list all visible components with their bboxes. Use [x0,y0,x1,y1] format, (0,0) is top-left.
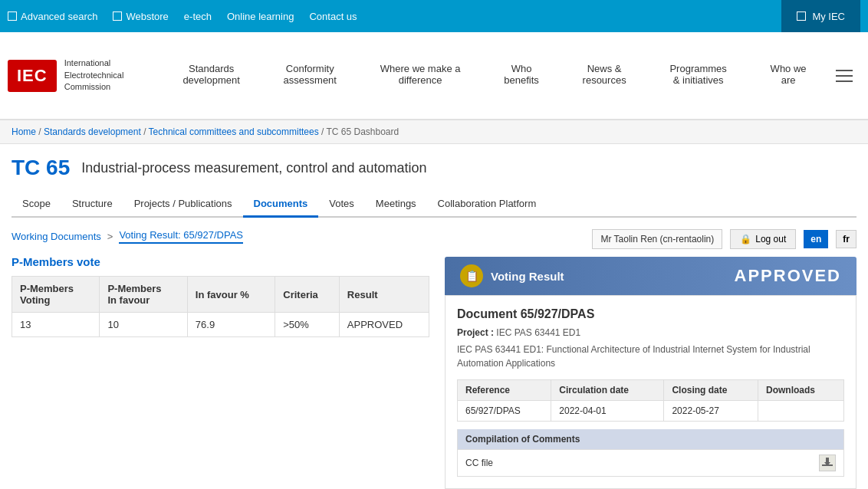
voting-result-label: 📋 Voting Result [460,264,564,287]
tab-collaboration[interactable]: Collaboration Platform [427,192,547,218]
cell-criteria: >50% [275,313,340,337]
tabs: Scope Structure Projects / Publications … [12,192,856,218]
breadcrumb-home[interactable]: Home [12,126,36,137]
tab-documents[interactable]: Documents [243,192,319,218]
tab-meetings[interactable]: Meetings [365,192,427,218]
nav-news[interactable]: News &resources [575,32,634,119]
p-members-title: P-Members vote [12,255,429,268]
breadcrumb-standards[interactable]: Standards development [44,126,141,137]
tab-scope[interactable]: Scope [12,192,61,218]
cell-voting: 13 [12,313,100,337]
col-voting: P-MembersVoting [12,277,100,313]
col-in-favour: P-MembersIn favour [100,277,187,313]
inner-table-header: Reference Circulation date Closing date … [458,380,844,401]
working-docs-link[interactable]: Working Documents [12,231,101,242]
tab-votes[interactable]: Votes [318,192,365,218]
logo: IEC [8,60,57,92]
table-row: 13 10 76.9 >50% APPROVED [12,313,429,337]
doc-info: Document 65/927/DPAS Project : IEC PAS 6… [445,295,856,489]
cell-in-favour: 10 [100,313,187,337]
webstore-link[interactable]: Webstore [113,11,168,22]
left-panel: Working Documents > Voting Result: 65/92… [12,229,429,489]
nav-conformity[interactable]: Conformityassessment [276,32,344,119]
download-svg [821,457,833,469]
nav-standards[interactable]: Standardsdevelopment [175,32,247,119]
etech-link[interactable]: e-tech [184,11,212,22]
col-downloads: Downloads [758,380,843,401]
nav-bar: IEC International Electrotechnical Commi… [0,32,868,120]
user-bar: Mr Taolin Ren (cn-rentaolin) 🔒 Log out e… [445,229,856,249]
hamburger-icon[interactable] [836,70,853,82]
approved-badge: APPROVED [735,266,841,286]
tab-structure[interactable]: Structure [61,192,123,218]
circulation-value: 2022-04-01 [551,401,664,422]
my-iec-icon [797,11,806,21]
cell-result: APPROVED [339,313,429,337]
online-learning-link[interactable]: Online learning [227,11,294,22]
logo-text: International Electrotechnical Commissio… [64,57,124,93]
compilation-row: CC file [457,450,844,477]
inner-table-row: 65/927/DPAS 2022-04-01 2022-05-27 [458,401,844,422]
doc-id: Document 65/927/DPAS [457,307,844,321]
page-content: TC 65 Industrial-process measurement, co… [0,144,868,489]
tc-header: TC 65 Industrial-process measurement, co… [12,156,856,180]
logo-area[interactable]: IEC International Electrotechnical Commi… [8,32,161,119]
voting-result-header: 📋 Voting Result APPROVED [445,257,856,295]
nav-difference[interactable]: Where we make adifference [373,32,469,119]
col-closing: Closing date [664,380,758,401]
breadcrumb-committees[interactable]: Technical committees and subcommittees [149,126,319,137]
col-circulation: Circulation date [551,380,664,401]
download-icon[interactable] [819,455,836,471]
cell-percent: 76.9 [187,313,275,337]
compilation-header: Compilation of Comments [457,429,844,450]
nav-who[interactable]: Who weare [763,32,814,119]
cc-file-label: CC file [465,458,493,468]
doc-description: IEC PAS 63441 ED1: Functional Architectu… [457,343,844,370]
col-result: Result [339,277,429,313]
lock-icon: 🔒 [740,234,751,244]
col-criteria: Criteria [275,277,340,313]
my-iec-area[interactable]: My IEC [781,0,860,32]
inner-table: Reference Circulation date Closing date … [457,379,844,422]
vote-icon: 📋 [460,264,483,287]
doc-project: Project : IEC PAS 63441 ED1 [457,327,844,338]
voting-result-link[interactable]: Voting Result: 65/927/DPAS [119,229,243,244]
vote-table: P-MembersVoting P-MembersIn favour In fa… [12,276,429,337]
downloads-value [758,401,843,422]
logout-button[interactable]: 🔒 Log out [730,229,796,249]
user-name: Mr Taolin Ren (cn-rentaolin) [592,229,722,249]
search-icon [8,11,17,21]
col-reference: Reference [458,380,551,401]
breadcrumb-arrow: > [107,231,113,242]
advanced-search-link[interactable]: Advanced search [8,11,97,22]
ref-value: 65/927/DPAS [458,401,551,422]
main-layout: Working Documents > Voting Result: 65/92… [12,229,856,489]
breadcrumb: Home / Standards development / Technical… [0,120,868,144]
nav-benefits[interactable]: Whobenefits [496,32,547,119]
breadcrumb-current: TC 65 Dashboard [326,126,399,137]
nav-items: Standardsdevelopment Conformityassessmen… [161,32,828,119]
vote-table-header-row: P-MembersVoting P-MembersIn favour In fa… [12,277,429,313]
svg-rect-2 [826,458,829,463]
lang-en-button[interactable]: en [804,230,828,248]
doc-breadcrumb: Working Documents > Voting Result: 65/92… [12,229,429,244]
hamburger-toggle[interactable] [828,32,860,119]
top-bar: Advanced search Webstore e-tech Online l… [0,0,868,32]
closing-value: 2022-05-27 [664,401,758,422]
webstore-icon [113,11,122,21]
contact-us-link[interactable]: Contact us [309,11,357,22]
nav-programmes[interactable]: Programmes& initiatives [662,32,734,119]
col-percent: In favour % [187,277,275,313]
tc-number: TC 65 [12,156,70,180]
tab-projects[interactable]: Projects / Publications [123,192,243,218]
lang-fr-button[interactable]: fr [836,230,856,248]
top-bar-left: Advanced search Webstore e-tech Online l… [8,11,781,22]
tc-title: Industrial-process measurement, control … [81,160,426,176]
right-panel: Mr Taolin Ren (cn-rentaolin) 🔒 Log out e… [445,229,856,489]
